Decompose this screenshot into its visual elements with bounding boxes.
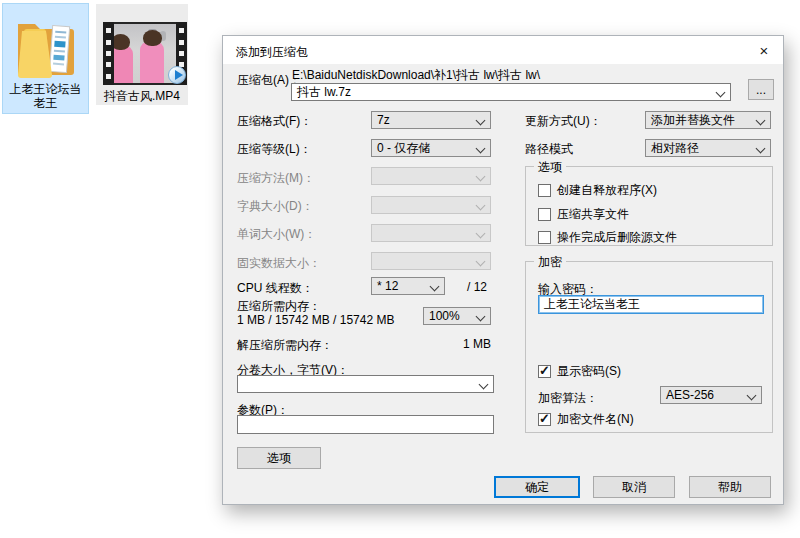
- checkbox-box[interactable]: [538, 184, 551, 197]
- level-label: 压缩等级(L)：: [237, 141, 312, 158]
- update-mode-combobox[interactable]: 添加并替换文件: [645, 111, 771, 129]
- format-combobox[interactable]: 7z: [371, 111, 491, 129]
- cancel-button[interactable]: 取消: [593, 476, 675, 498]
- add-to-archive-dialog: 添加到压缩包 × 压缩包(A)： E:\BaiduNetdiskDownload…: [222, 35, 784, 505]
- memory-percent-combobox[interactable]: 100%: [423, 307, 491, 325]
- volume-size-combobox[interactable]: [237, 375, 494, 393]
- checkbox-encrypt-filenames[interactable]: ✓ 加密文件名(N): [538, 411, 634, 428]
- password-input[interactable]: 上老王论坛当老王: [538, 295, 764, 314]
- checkbox-create-sfx[interactable]: 创建自释放程序(X): [538, 182, 657, 199]
- format-label: 压缩格式(F)：: [237, 113, 312, 130]
- cpu-threads-total: / 12: [467, 280, 487, 294]
- checkbox-label: 创建自释放程序(X): [557, 182, 657, 199]
- encryption-method-label: 加密算法：: [538, 390, 598, 407]
- memory-compress-detail: 1 MB / 15742 MB / 15742 MB: [237, 313, 394, 327]
- browse-button[interactable]: ...: [748, 79, 774, 100]
- video-frame: [114, 24, 176, 83]
- options-group-title: 选项: [534, 159, 566, 176]
- checkbox-label: 压缩共享文件: [557, 206, 629, 223]
- video-icon-label: 抖音古风.MP4: [97, 89, 187, 103]
- encryption-group-title: 加密: [534, 254, 566, 271]
- memory-decompress-label: 解压缩所需内存：: [237, 337, 333, 354]
- dictionary-label: 字典大小(D)：: [237, 198, 314, 215]
- archive-name-combobox[interactable]: 抖古 lw.7z: [291, 83, 731, 101]
- dialog-title: 添加到压缩包: [236, 44, 308, 61]
- ok-button[interactable]: 确定: [494, 476, 580, 498]
- checkbox-delete-after[interactable]: 操作完成后删除源文件: [538, 229, 677, 246]
- checkbox-box[interactable]: [538, 231, 551, 244]
- filmstrip-left: [103, 22, 114, 85]
- checkbox-label: 加密文件名(N): [557, 411, 634, 428]
- cpu-threads-label: CPU 线程数：: [237, 280, 314, 297]
- desktop-icon-video[interactable]: 抖音古风.MP4: [96, 4, 188, 105]
- dictionary-combobox: [371, 196, 491, 214]
- play-overlay-icon: [168, 66, 186, 84]
- encryption-groupbox: 加密 输入密码： 上老王论坛当老王 ✓ 显示密码(S) 加密算法： AES-25…: [525, 261, 773, 433]
- folder-icon-label: 上老王论坛当老王: [4, 82, 87, 110]
- options-groupbox: 选项 创建自释放程序(X) 压缩共享文件 操作完成后删除源文件: [525, 166, 773, 246]
- checkbox-box[interactable]: ✓: [538, 413, 551, 426]
- checkbox-shared-files[interactable]: 压缩共享文件: [538, 206, 629, 223]
- check-icon: ✓: [539, 363, 550, 378]
- parameters-input[interactable]: [237, 415, 494, 434]
- checkbox-label: 显示密码(S): [557, 363, 621, 380]
- method-combobox: [371, 167, 491, 185]
- checkbox-label: 操作完成后删除源文件: [557, 229, 677, 246]
- checkbox-show-password[interactable]: ✓ 显示密码(S): [538, 363, 621, 380]
- level-combobox[interactable]: 0 - 仅存储: [371, 139, 491, 157]
- check-icon: ✓: [539, 411, 550, 426]
- desktop-icon-folder[interactable]: 上老王论坛当老王: [2, 3, 89, 114]
- method-label: 压缩方法(M)：: [237, 170, 315, 187]
- help-button[interactable]: 帮助: [689, 476, 771, 498]
- solid-size-combobox: [371, 252, 491, 270]
- archive-path: E:\BaiduNetdiskDownload\补1\抖古 lw\抖古 lw\: [292, 67, 540, 84]
- video-thumbnail: [103, 22, 187, 85]
- folder-icon: [14, 12, 78, 80]
- checkbox-box[interactable]: ✓: [538, 365, 551, 378]
- options-button[interactable]: 选项: [237, 447, 321, 469]
- word-size-label: 单词大小(W)：: [237, 226, 316, 243]
- solid-size-label: 固实数据大小：: [237, 255, 321, 272]
- memory-decompress-value: 1 MB: [423, 337, 491, 351]
- cpu-threads-combobox[interactable]: * 12: [371, 277, 445, 295]
- update-mode-label: 更新方式(U)：: [525, 113, 602, 130]
- close-icon[interactable]: ×: [747, 37, 781, 63]
- dialog-titlebar[interactable]: 添加到压缩包 ×: [223, 36, 783, 64]
- path-mode-combobox[interactable]: 相对路径: [645, 139, 771, 157]
- encryption-method-combobox[interactable]: AES-256: [660, 386, 762, 404]
- path-mode-label: 路径模式: [525, 141, 573, 158]
- word-size-combobox: [371, 224, 491, 242]
- checkbox-box[interactable]: [538, 208, 551, 221]
